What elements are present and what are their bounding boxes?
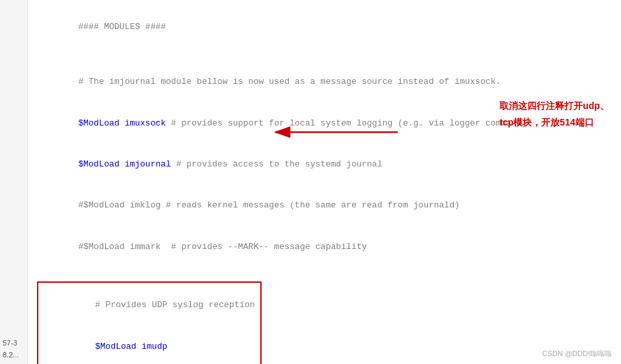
csdn-watermark: CSDN @DDD!嗡嗡嗡: [542, 349, 612, 359]
code-line-7: #$ModLoad immark # provides --MARK-- mes…: [37, 227, 612, 268]
left-sidebar: 57-3 8.2...: [0, 0, 28, 364]
left-bar-line2: 8.2...: [3, 349, 24, 361]
code-block: #### MODULES #### # The imjournal module…: [37, 7, 612, 364]
arrow-svg: [259, 102, 404, 168]
code-line-empty-2: [37, 268, 612, 281]
annotation-text: 取消这四行注释打开udp、 tcp模块，开放514端口: [499, 98, 609, 131]
code-line-10: $ModLoad imudp: [44, 326, 255, 364]
code-line-empty-1: [37, 48, 612, 61]
code-line-3: # The imjournal module bellow is now use…: [37, 61, 612, 102]
code-line-6: #$ModLoad imklog # reads kernel messages…: [37, 186, 612, 227]
code-line-9: # Provides UDP syslog reception: [44, 285, 255, 326]
code-line-1: #### MODULES ####: [37, 7, 612, 48]
code-area: #### MODULES #### # The imjournal module…: [28, 0, 621, 364]
left-bar-line1: 57-3: [3, 337, 24, 349]
udp-box-content: # Provides UDP syslog reception $ModLoad…: [37, 281, 262, 364]
